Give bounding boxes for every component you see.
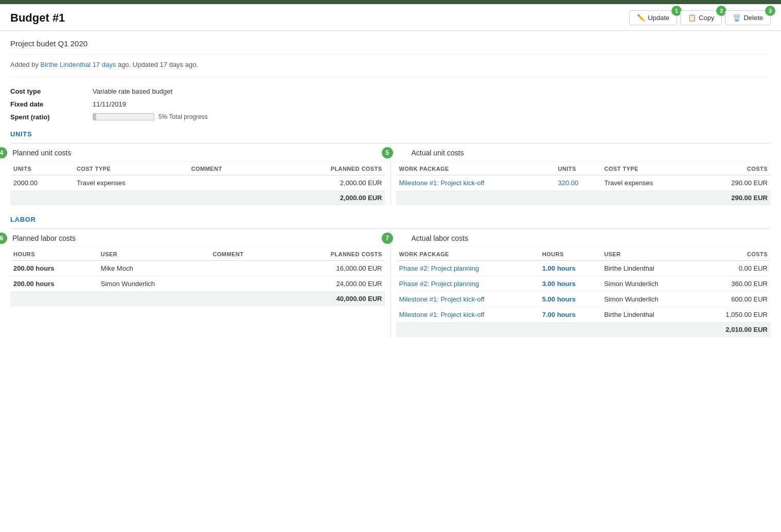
progress-bar-inner [93,114,96,120]
actual-labor-costs-title: 7 Actual labor costs [396,229,771,247]
fixed-date-value: 11/11/2019 [93,100,126,108]
actual-labor-badge: 7 [382,233,393,244]
col-user: USER [98,247,210,261]
planned-costs-value: 16,000.00 EUR [278,261,385,276]
col-comment: COMMENT [209,247,278,261]
work-package-link[interactable]: Phase #2: Project planning [396,276,539,292]
copy-icon: 📋 [688,14,696,22]
planned-unit-costs-title: 4 Planned unit costs [10,144,385,162]
progress-text: 5% Total progress [158,113,208,120]
labor-split-section: 6 Planned labor costs HOURS USER COMMENT… [10,228,771,337]
meta-suffix: ago. Updated 17 days ago. [116,61,198,68]
work-package-link[interactable]: Milestone #1: Project kick-off [396,292,539,307]
planned-labor-header-row: HOURS USER COMMENT PLANNED COSTS [10,247,385,261]
actual-unit-costs-title: 5 Actual unit costs [396,144,771,162]
total-label-spacer [10,191,265,205]
planned-unit-total: 2,000.00 EUR [265,191,385,205]
planned-labor-costs-section: 6 Planned labor costs HOURS USER COMMENT… [10,229,391,337]
user-cell: Simon Wunderlich [601,276,695,292]
header-actions: ✏️ Update 1 📋 Copy 2 🗑️ Delete 3 [629,10,771,25]
user-value: Simon Wunderlich [98,276,210,292]
hours-link[interactable]: 1.00 hours [539,261,601,276]
costs-cell: 290.00 EUR [697,175,771,191]
actual-labor-costs-table: WORK PACKAGE HOURS USER COSTS Phase #2: … [396,247,771,337]
costs-cell: 600.00 EUR [696,292,771,307]
table-row: 200.00 hours Mike Moch 16,000.00 EUR [10,261,385,276]
planned-labor-costs-title: 6 Planned labor costs [10,229,385,247]
col-hours: HOURS [10,247,98,261]
table-row: Phase #2: Project planning 3.00 hours Si… [396,276,771,292]
fixed-date-label: Fixed date [10,100,93,108]
user-cell: Birthe Lindenthal [601,261,695,276]
col-planned-costs: PLANNED COSTS [278,247,385,261]
work-package-link[interactable]: Phase #2: Project planning [396,261,539,276]
cost-type-value: Variable rate based budget [93,87,172,95]
header: Budget #1 ✏️ Update 1 📋 Copy 2 🗑️ Delete… [0,4,781,31]
budget-subtitle: Project budet Q1 2020 [10,39,771,55]
units-link[interactable]: 320.00 [555,175,601,191]
hours-value: 200.00 hours [10,276,98,292]
actual-labor-costs-section: 7 Actual labor costs WORK PACKAGE HOURS … [391,229,771,337]
costs-cell: 0.00 EUR [696,261,771,276]
copy-button[interactable]: 📋 Copy 2 [680,10,722,25]
unit-value: 2000.00 [10,175,74,191]
col-hours: HOURS [539,247,601,261]
hours-value: 200.00 hours [10,261,98,276]
user-cell: Simon Wunderlich [601,292,695,307]
work-package-link[interactable]: Milestone #1: Project kick-off [396,307,539,323]
top-bar [0,0,781,4]
hours-link[interactable]: 3.00 hours [539,276,601,292]
units-section-header: UNITS [10,130,771,138]
author-link[interactable]: Birthe Lindenthal [41,61,91,68]
meta-info: Added by Birthe Lindenthal 17 days ago. … [10,61,771,77]
actual-unit-total: 290.00 EUR [697,191,771,205]
planned-labor-total: 40,000.00 EUR [278,292,385,306]
actual-unit-costs-section: 5 Actual unit costs WORK PACKAGE UNITS C… [391,144,771,205]
labor-section-header: LABOR [10,216,771,223]
total-spacer [396,323,696,337]
delete-badge: 3 [765,6,775,16]
comment-value [209,261,278,276]
planned-costs-value: 24,000.00 EUR [278,276,385,292]
col-work-package: WORK PACKAGE [396,162,555,175]
actual-unit-header-row: WORK PACKAGE UNITS COST TYPE COSTS [396,162,771,175]
col-user: USER [601,247,695,261]
cost-type-label: Cost type [10,87,93,95]
delete-button[interactable]: 🗑️ Delete 3 [725,10,771,25]
col-units: UNITS [10,162,74,175]
planned-labor-total-row: 40,000.00 EUR [10,292,385,306]
table-row: Milestone #1: Project kick-off 7.00 hour… [396,307,771,323]
progress-container: 5% Total progress [93,113,208,120]
comment-value [188,175,265,191]
update-button[interactable]: ✏️ Update 1 [629,10,677,25]
col-units: UNITS [555,162,601,175]
progress-bar-outer [93,113,154,120]
cost-type-cell: Travel expenses [601,175,697,191]
planned-costs-value: 2,000.00 EUR [265,175,385,191]
hours-link[interactable]: 5.00 hours [539,292,601,307]
hours-link[interactable]: 7.00 hours [539,307,601,323]
main-content: Project budet Q1 2020 Added by Birthe Li… [0,31,781,356]
table-row: 200.00 hours Simon Wunderlich 24,000.00 … [10,276,385,292]
actual-labor-total-row: 2,010.00 EUR [396,323,771,337]
time-ago-link[interactable]: 17 days [93,61,116,68]
work-package-link[interactable]: Milestone #1: Project kick-off [396,175,555,191]
meta-prefix: Added by [10,61,41,68]
table-row: Milestone #1: Project kick-off 320.00 Tr… [396,175,771,191]
col-planned-costs: PLANNED COSTS [265,162,385,175]
col-costs: COSTS [697,162,771,175]
pencil-icon: ✏️ [637,14,645,22]
actual-labor-total: 2,010.00 EUR [696,323,771,337]
total-spacer [396,191,697,205]
table-row: Phase #2: Project planning 1.00 hours Bi… [396,261,771,276]
planned-unit-costs-section: 4 Planned unit costs UNITS COST TYPE COM… [10,144,391,205]
actual-unit-badge: 5 [382,147,393,158]
spent-ratio-label: Spent (ratio) [10,113,93,121]
comment-value [209,276,278,292]
user-value: Mike Moch [98,261,210,276]
table-row: 2000.00 Travel expenses 2,000.00 EUR [10,175,385,191]
col-cost-type: COST TYPE [601,162,697,175]
fields-section: Cost type Variable rate based budget Fix… [10,87,771,121]
fixed-date-row: Fixed date 11/11/2019 [10,100,771,108]
trash-icon: 🗑️ [733,14,741,22]
